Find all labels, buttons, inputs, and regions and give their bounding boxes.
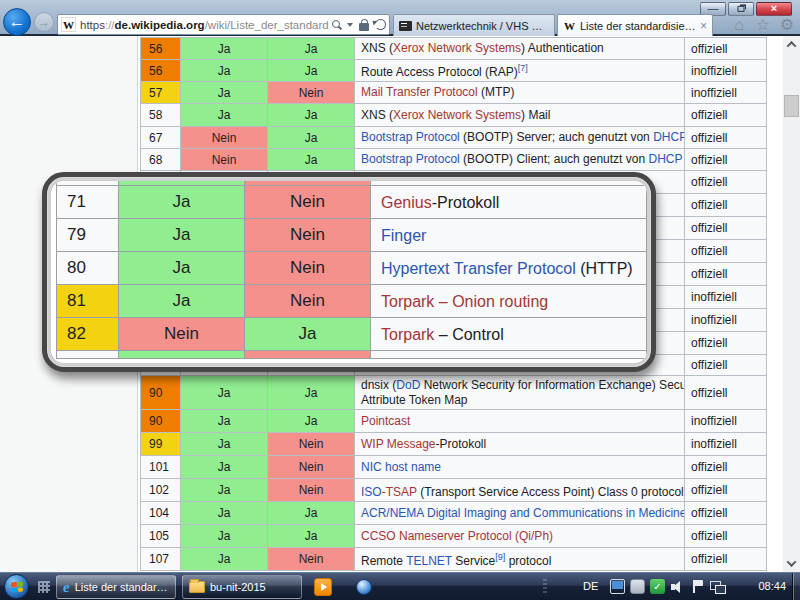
url-separator: ://: [105, 19, 115, 31]
wiki-link[interactable]: DHCP: [653, 130, 684, 144]
tcp-cell: Nein: [181, 127, 268, 149]
description-cell: Remote TELNET Service[9] protocol: [355, 548, 685, 571]
magnifier-viewport: 71JaNeinGenius-Protokoll79JaNeinFinger80…: [51, 181, 647, 363]
vertical-scrollbar[interactable]: [783, 36, 800, 572]
wiki-link[interactable]: ACR/NEMA Digital Imaging and Communicati…: [361, 506, 685, 520]
udp-cell: Nein: [245, 285, 371, 318]
search-icon[interactable]: [332, 20, 341, 29]
wiki-link[interactable]: Mail Transfer Protocol: [361, 85, 478, 99]
wiki-link[interactable]: TELNET: [406, 554, 452, 568]
description-cell: Bootstrap Protocol (BOOTP) Client; auch …: [355, 149, 685, 171]
restore-icon: [738, 6, 745, 12]
wiki-link[interactable]: Bootstrap Protocol: [361, 152, 460, 166]
status-cell: inoffiziell: [685, 82, 767, 104]
wiki-link[interactable]: DoD: [396, 378, 420, 392]
favorites-star-icon[interactable]: ☆: [754, 16, 772, 34]
udp-cell: Ja: [268, 376, 355, 410]
restore-button[interactable]: [728, 2, 754, 16]
tab-netzwerktechnik[interactable]: Netzwerktechnik / VHS BS / 22....: [393, 14, 555, 36]
taskbar-button-browser[interactable]: e Liste der standardisie...: [56, 575, 176, 599]
taskbar-clock[interactable]: 08:44: [758, 580, 786, 592]
scrollbar-thumb[interactable]: [784, 95, 799, 117]
tray-action-center-flag-icon[interactable]: [690, 579, 705, 594]
quick-launch-icon[interactable]: [38, 581, 50, 593]
tcp-cell: Ja: [181, 60, 268, 82]
wiki-link[interactable]: Finger: [381, 227, 426, 244]
port-cell: 79: [57, 219, 119, 252]
wiki-link[interactable]: [9]: [495, 552, 505, 562]
tcp-cell: Ja: [181, 104, 268, 127]
wiki-link[interactable]: NIC host name: [361, 460, 441, 474]
wiki-link[interactable]: Genius: [381, 194, 432, 211]
status-cell: inoffiziell: [685, 410, 767, 433]
status-cell: offiziell: [685, 240, 767, 263]
settings-gear-icon[interactable]: ⚙: [778, 16, 796, 34]
port-cell: 105: [141, 525, 181, 548]
description-cell: ACR/NEMA Digital Imaging and Communicati…: [355, 502, 685, 525]
back-button[interactable]: ←: [3, 8, 31, 36]
text-segment: (Transport Service Access Point) Class 0…: [417, 485, 684, 499]
text-segment: protocol: [505, 554, 551, 568]
wiki-link[interactable]: Hypertext Transfer Protocol: [381, 260, 576, 277]
description-cell: Mail Transfer Protocol (MTP): [355, 82, 685, 104]
scroll-up-button[interactable]: [783, 36, 800, 53]
wiki-link[interactable]: CCSO Nameserver Protocol (Qi/Ph): [361, 529, 553, 543]
table-row: 81JaNeinTorpark – Onion routing: [57, 285, 647, 318]
description-cell: Finger: [371, 219, 647, 252]
tray-speaker-icon[interactable]: [670, 579, 685, 594]
refresh-icon[interactable]: [375, 19, 386, 30]
port-cell: 56: [141, 60, 181, 82]
port-cell: 82: [57, 318, 119, 351]
wiki-link[interactable]: DHCP: [648, 152, 682, 166]
language-indicator[interactable]: DE: [583, 580, 598, 592]
wiki-link[interactable]: Pointcast: [361, 414, 410, 428]
wiki-link[interactable]: Torpark: [381, 326, 434, 343]
tab-close-icon[interactable]: ×: [700, 19, 707, 33]
remote-app-icon[interactable]: [356, 579, 372, 595]
table-row: 99JaNeinWIP Message-Protokollinoffiziell: [141, 433, 767, 456]
wiki-link[interactable]: Xerox Network Systems: [393, 108, 521, 122]
wiki-link[interactable]: -TSAP: [382, 485, 417, 499]
home-icon[interactable]: ⌂: [730, 16, 748, 34]
status-cell: offiziell: [685, 104, 767, 127]
show-desktop-button[interactable]: [792, 573, 800, 600]
tcp-cell: Ja: [119, 219, 245, 252]
text-segment: -Protokoll: [435, 437, 486, 451]
wiki-link[interactable]: Torpark – Onion routing: [381, 293, 548, 310]
tcp-cell: Nein: [119, 318, 245, 351]
status-cell: offiziell: [685, 217, 767, 240]
start-button[interactable]: [4, 574, 29, 599]
text-segment: (BOOTP) Client; auch genutzt von: [460, 152, 649, 166]
system-tray: ✓: [610, 579, 725, 594]
taskbar-button-folder[interactable]: bu-nit-2015: [182, 575, 302, 599]
address-bar[interactable]: W https://de.wikipedia.org/wiki/Liste_de…: [57, 14, 390, 35]
wiki-link[interactable]: WIP Message: [361, 437, 435, 451]
wiki-link[interactable]: [7]: [518, 63, 528, 73]
tray-computer-icon[interactable]: [610, 579, 625, 594]
media-player-icon[interactable]: [314, 578, 332, 596]
forward-button[interactable]: →: [34, 12, 54, 32]
scroll-down-button[interactable]: [783, 555, 800, 572]
tray-network-icon[interactable]: [710, 579, 725, 594]
tab-liste-der-ports[interactable]: W Liste der standardisierten P... ×: [557, 14, 713, 36]
text-segment: Attribute Token Map: [361, 393, 468, 407]
tray-grip: [543, 579, 547, 595]
text-segment: Service: [452, 554, 495, 568]
tcp-cell: Ja: [181, 479, 268, 502]
tcp-cell: Ja: [181, 38, 268, 60]
wiki-link[interactable]: ISO: [361, 485, 382, 499]
partial-cell: [371, 351, 647, 359]
tray-battery-icon[interactable]: [630, 579, 645, 594]
description-cell: ISO-TSAP (Transport Service Access Point…: [355, 479, 685, 502]
wiki-link[interactable]: Bootstrap Protocol: [361, 130, 460, 144]
url-text[interactable]: https://de.wikipedia.org/wiki/Liste_der_…: [80, 19, 329, 31]
tray-antivirus-icon[interactable]: ✓: [650, 579, 665, 594]
chevron-down-icon[interactable]: [347, 23, 353, 27]
wiki-link[interactable]: Xerox Network Systems: [393, 41, 521, 55]
close-button[interactable]: ×: [756, 2, 792, 16]
status-cell: inoffiziell: [685, 60, 767, 82]
table-row: 101JaNeinNIC host nameoffiziell: [141, 456, 767, 479]
table-row: 57JaNeinMail Transfer Protocol (MTP)inof…: [141, 82, 767, 104]
status-cell: offiziell: [685, 479, 767, 502]
magnifier-table-body: 71JaNeinGenius-Protokoll79JaNeinFinger80…: [57, 181, 647, 359]
